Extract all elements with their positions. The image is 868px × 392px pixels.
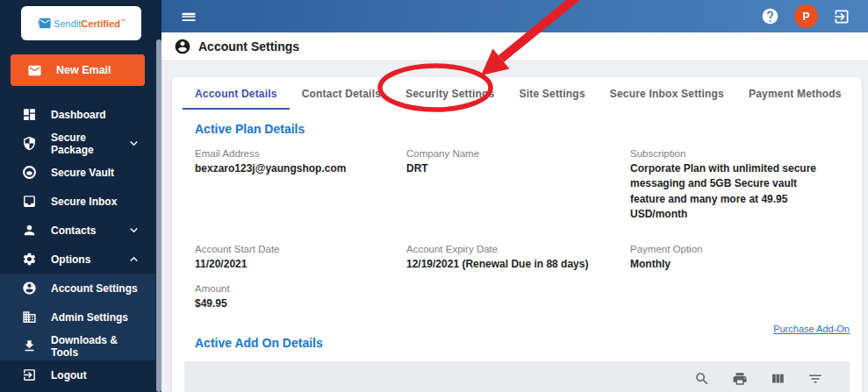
active-addon-heading: Active Add On Details (195, 336, 850, 350)
plan-fields-row-3: Amount $49.95 (195, 283, 850, 311)
sidebar: SenditCertified™ New Email Dashboard Sec… (0, 0, 155, 392)
view-columns-icon[interactable] (770, 371, 786, 387)
sidebar-item-contacts[interactable]: Contacts (0, 216, 155, 245)
options-submenu: Account Settings Admin Settings Download… (0, 274, 155, 360)
page-title: Account Settings (198, 39, 299, 53)
new-email-button[interactable]: New Email (11, 54, 145, 86)
purchase-addon-row: Purchase Add-On (184, 320, 850, 336)
sidebar-item-account-settings[interactable]: Account Settings (0, 274, 155, 303)
plan-fields-row-2: Account Start Date 11/20/2021 Account Ex… (195, 244, 850, 272)
chevron-up-icon (126, 252, 141, 267)
tab-payment-methods[interactable]: Payment Methods (736, 77, 854, 110)
search-icon[interactable] (694, 371, 710, 387)
addons-table-header: Add On Name Start Date End Date Subscrib… (184, 361, 850, 392)
table-toolbar (184, 361, 850, 392)
logout-icon[interactable] (833, 8, 850, 25)
new-email-label: New Email (56, 64, 111, 76)
field-email-address: Email Address bexzaro123j@yaungshop.com (195, 148, 406, 223)
field-company-name: Company Name DRT (406, 148, 630, 223)
tab-contact-details[interactable]: Contact Details (290, 77, 393, 110)
print-icon[interactable] (732, 371, 748, 387)
sidebar-item-options[interactable]: Options (0, 245, 155, 274)
field-subscription: Subscription Corporate Plan with unlimit… (630, 148, 850, 223)
brand-logo[interactable]: SenditCertified™ (21, 6, 141, 40)
chevron-down-icon (126, 223, 141, 238)
active-plan-heading: Active Plan Details (195, 122, 850, 136)
brand-text: SenditCertified™ (54, 18, 126, 29)
account-details-pane: Active Plan Details Email Address bexzar… (172, 110, 862, 392)
dashboard-icon (22, 107, 37, 122)
field-payment-option: Payment Option Monthly (630, 244, 850, 272)
page-title-bar: Account Settings (161, 32, 868, 61)
user-avatar[interactable]: P (794, 4, 818, 28)
logo-envelope-icon (37, 16, 52, 31)
purchase-addon-link[interactable]: Purchase Add-On (773, 324, 850, 334)
plan-fields-row-1: Email Address bexzaro123j@yaungshop.com … (195, 148, 850, 223)
tab-secure-inbox-settings[interactable]: Secure Inbox Settings (598, 77, 736, 110)
download-icon (22, 339, 37, 353)
topbar-actions: P (761, 4, 868, 28)
main-area: P Account Settings Account Details Conta… (161, 0, 868, 392)
addons-table: Add On Name Start Date End Date Subscrib… (184, 361, 850, 392)
person-icon (22, 223, 37, 238)
sidebar-scrollbar[interactable] (155, 0, 161, 392)
scrollbar-thumb[interactable] (156, 39, 161, 392)
gear-icon (22, 252, 37, 267)
vault-icon (22, 165, 37, 180)
sidebar-item-admin-settings[interactable]: Admin Settings (0, 303, 155, 331)
sidebar-item-secure-package[interactable]: Secure Package (0, 129, 155, 158)
field-account-start-date: Account Start Date 11/20/2021 (195, 244, 406, 272)
tab-security-settings[interactable]: Security Settings (393, 77, 506, 110)
building-icon (22, 310, 37, 324)
content-card: Account Details Contact Details Security… (172, 77, 862, 392)
shield-icon (22, 136, 37, 151)
tab-account-details[interactable]: Account Details (183, 77, 290, 110)
sidebar-item-dashboard[interactable]: Dashboard (0, 100, 155, 129)
inbox-icon (22, 194, 37, 209)
logout-icon (22, 367, 37, 382)
mail-icon (27, 63, 42, 78)
account-circle-icon (174, 38, 191, 55)
field-account-expiry-date: Account Expiry Date 12/19/2021 (Renewal … (406, 244, 630, 272)
help-icon[interactable] (761, 7, 779, 25)
account-circle-icon (22, 281, 37, 296)
sidebar-item-downloads-tools[interactable]: Downloads & Tools (0, 331, 155, 360)
sidebar-item-logout[interactable]: Logout (0, 360, 155, 389)
tab-bar: Account Details Contact Details Security… (172, 77, 862, 110)
hamburger-menu-icon[interactable] (180, 8, 197, 25)
field-amount: Amount $49.95 (195, 283, 406, 311)
sidebar-item-secure-vault[interactable]: Secure Vault (0, 158, 155, 187)
tab-site-settings[interactable]: Site Settings (506, 77, 597, 110)
sidebar-nav: Dashboard Secure Package Secure Vault Se… (0, 100, 155, 389)
filter-icon[interactable] (807, 371, 823, 387)
top-bar: P (161, 0, 868, 32)
chevron-down-icon (126, 136, 141, 151)
sidebar-item-secure-inbox[interactable]: Secure Inbox (0, 187, 155, 216)
app-window: SenditCertified™ New Email Dashboard Sec… (0, 0, 868, 392)
